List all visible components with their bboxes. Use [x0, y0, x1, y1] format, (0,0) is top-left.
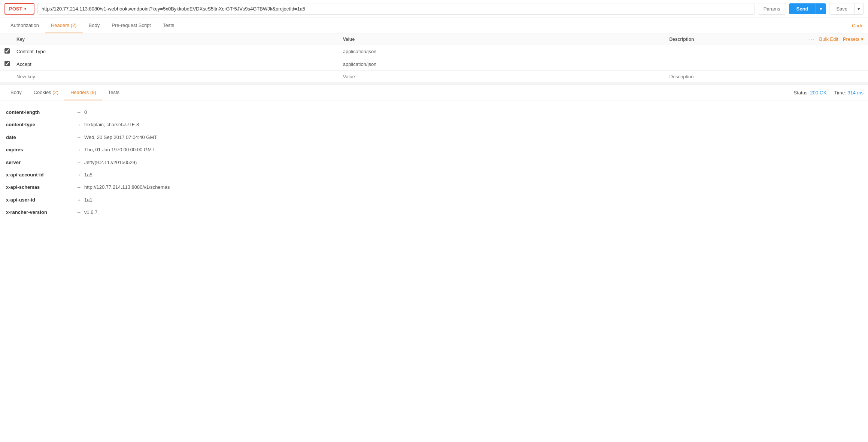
arrow-icon: → — [76, 183, 81, 191]
tab-headers-request[interactable]: Headers (2) — [45, 18, 83, 33]
response-header-row: expires → Thu, 01 Jan 1970 00:00:00 GMT — [6, 145, 862, 154]
bulk-edit-button[interactable]: Bulk Edit — [819, 36, 838, 42]
resp-header-key: content-type — [6, 120, 73, 129]
response-header-row: content-type → text/plain; charset=UTF-8 — [6, 120, 862, 129]
cookies-badge: (2) — [52, 90, 58, 95]
resp-header-value: Jetty(9.2.11.v20150529) — [84, 158, 137, 167]
header-row-2: Accept application/json — [0, 58, 868, 71]
col-description: Description — [669, 37, 808, 42]
col-value: Value — [343, 37, 670, 42]
method-dropdown[interactable]: POST ▾ — [4, 3, 34, 15]
response-header-row: content-length → 0 — [6, 108, 862, 116]
resp-header-key: date — [6, 133, 73, 142]
save-button[interactable]: Save — [829, 3, 855, 15]
resp-header-value: text/plain; charset=UTF-8 — [84, 120, 139, 129]
resp-header-value: http://120.77.214.113:8080/v1/schemas — [84, 183, 170, 191]
resp-header-value: 1a1 — [84, 196, 92, 204]
params-button[interactable]: Params — [758, 3, 786, 15]
url-input[interactable] — [37, 3, 755, 15]
save-group: Save ▾ — [829, 3, 864, 15]
header-key-1: Content-Type — [16, 49, 343, 54]
header-value-1: application/json — [343, 49, 670, 54]
status-label: Status: — [794, 90, 809, 96]
new-desc-input[interactable] — [669, 74, 864, 79]
resp-header-value: 1a5 — [84, 170, 92, 179]
header-row-1: Content-Type application/json — [0, 45, 868, 58]
send-group: Send ▾ — [789, 3, 826, 14]
save-dropdown-button[interactable]: ▾ — [855, 3, 864, 15]
response-header-row: x-api-schemas → http://120.77.214.113:80… — [6, 183, 862, 191]
tab-cookies-response[interactable]: Cookies (2) — [28, 85, 64, 100]
new-value-input[interactable] — [343, 74, 670, 79]
response-tabs: Body Cookies (2) Headers (9) Tests Statu… — [0, 85, 868, 100]
resp-header-key: x-rancher-version — [6, 208, 73, 217]
resp-header-value: Thu, 01 Jan 1970 00:00:00 GMT — [84, 145, 155, 154]
tab-headers-response[interactable]: Headers (9) — [64, 85, 102, 100]
response-header-row: x-api-account-id → 1a5 — [6, 170, 862, 179]
arrow-icon: → — [76, 145, 81, 154]
header-actions: ··· Bulk Edit Presets ▾ — [808, 36, 864, 42]
arrow-icon: → — [76, 120, 81, 129]
resp-header-value: v1.6.7 — [84, 208, 97, 217]
method-chevron-icon: ▾ — [24, 7, 26, 11]
response-header-row: x-api-user-id → 1a1 — [6, 196, 862, 204]
resp-header-key: x-api-user-id — [6, 196, 73, 204]
arrow-icon: → — [76, 158, 81, 167]
header-value-2: application/json — [343, 61, 670, 67]
resp-header-value: Wed, 20 Sep 2017 07:04:40 GMT — [84, 133, 157, 142]
resp-header-key: x-api-schemas — [6, 183, 73, 191]
presets-chevron-icon: ▾ — [861, 36, 864, 42]
resp-header-key: content-length — [6, 108, 73, 116]
response-header-row: date → Wed, 20 Sep 2017 07:04:40 GMT — [6, 133, 862, 142]
resp-header-key: expires — [6, 145, 73, 154]
headers-badge: (2) — [71, 22, 77, 28]
arrow-icon: → — [76, 170, 81, 179]
header-checkbox-2[interactable] — [4, 61, 10, 66]
resp-headers-badge: (9) — [90, 90, 96, 95]
col-key: Key — [16, 37, 343, 42]
tab-authorization[interactable]: Authorization — [4, 18, 45, 33]
tab-body-response[interactable]: Body — [4, 85, 28, 100]
presets-button[interactable]: Presets ▾ — [843, 36, 864, 42]
response-header-row: server → Jetty(9.2.11.v20150529) — [6, 158, 862, 167]
time-label: Time: — [834, 90, 846, 96]
headers-section: Key Value Description ··· Bulk Edit Pres… — [0, 33, 868, 83]
status-value: 200 OK — [810, 90, 827, 96]
send-dropdown-button[interactable]: ▾ — [816, 3, 826, 14]
response-header-row: x-rancher-version → v1.6.7 — [6, 208, 862, 217]
new-header-row — [0, 71, 868, 83]
more-options-icon[interactable]: ··· — [808, 36, 815, 42]
checkbox-cell-2[interactable] — [4, 61, 16, 67]
resp-header-key: server — [6, 158, 73, 167]
headers-table-header: Key Value Description ··· Bulk Edit Pres… — [0, 33, 868, 45]
time-value: 314 ms — [847, 90, 864, 96]
tab-prerequest[interactable]: Pre-request Script — [106, 18, 157, 33]
arrow-icon: → — [76, 108, 81, 116]
checkbox-cell-1[interactable] — [4, 48, 16, 55]
new-key-input[interactable] — [16, 74, 343, 79]
response-status: Status: 200 OK Time: 314 ms — [794, 85, 864, 100]
arrow-icon: → — [76, 208, 81, 217]
tab-tests-request[interactable]: Tests — [157, 18, 180, 33]
tab-tests-response[interactable]: Tests — [102, 85, 125, 100]
send-button[interactable]: Send — [789, 3, 816, 14]
arrow-icon: → — [76, 133, 81, 142]
request-tabs: Authorization Headers (2) Body Pre-reque… — [0, 18, 868, 33]
arrow-icon: → — [76, 196, 81, 204]
code-link[interactable]: Code — [852, 18, 864, 33]
resp-header-key: x-api-account-id — [6, 170, 73, 179]
resp-header-value: 0 — [84, 108, 87, 116]
tab-body-request[interactable]: Body — [83, 18, 106, 33]
response-headers-body: content-length → 0 content-type → text/p… — [0, 100, 868, 228]
header-key-2: Accept — [16, 61, 343, 67]
header-checkbox-1[interactable] — [4, 48, 10, 54]
top-bar: POST ▾ Params Send ▾ Save ▾ — [0, 0, 868, 18]
method-label: POST — [9, 6, 22, 12]
